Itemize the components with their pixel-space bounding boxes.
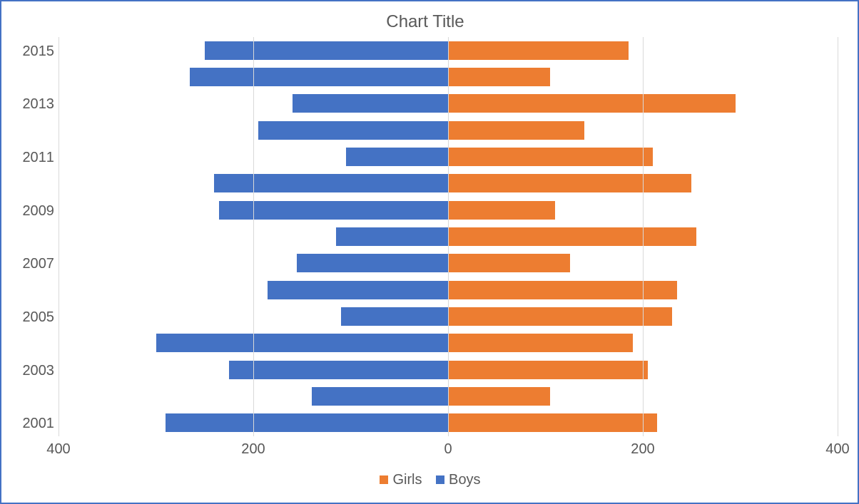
bar-girls	[448, 94, 736, 113]
grid-line	[838, 37, 838, 436]
bar-girls	[448, 361, 648, 379]
y-tick-label: 2011	[23, 149, 55, 165]
bar-girls	[448, 41, 629, 60]
bar-girls	[448, 413, 657, 432]
bar-boys	[190, 68, 448, 86]
y-tick-label: 2005	[23, 309, 55, 325]
grid-line	[448, 37, 449, 436]
bar-girls	[448, 148, 653, 166]
legend-swatch-girls	[380, 475, 388, 484]
chart-title: Chart Title	[13, 11, 838, 31]
grid-line	[253, 37, 254, 436]
x-tick-label: 400	[825, 441, 849, 457]
bar-girls	[448, 68, 550, 86]
y-tick-label: 2001	[23, 415, 55, 431]
y-axis: 20012003200520072009201120132015	[13, 37, 59, 436]
bar-boys	[214, 174, 448, 192]
bar-girls	[448, 254, 570, 272]
grid-line	[643, 37, 644, 436]
y-tick-label: 2003	[23, 361, 55, 378]
legend-swatch-boys	[436, 475, 444, 484]
x-tick-label: 200	[631, 441, 654, 457]
y-tick-label: 2015	[23, 42, 55, 58]
bar-girls	[448, 174, 691, 192]
bar-boys	[341, 307, 448, 326]
bar-girls	[448, 121, 584, 140]
chart-frame: Chart Title 2001200320052007200920112013…	[0, 0, 859, 504]
bar-girls	[448, 307, 672, 326]
bar-girls	[448, 201, 555, 220]
plot-area	[59, 37, 838, 436]
bar-boys	[166, 413, 448, 432]
plot-area-wrap: 20012003200520072009201120132015	[13, 37, 838, 436]
bar-boys	[229, 361, 448, 379]
bar-boys	[156, 334, 449, 352]
legend-label-boys: Boys	[449, 471, 480, 487]
bar-girls	[448, 387, 550, 406]
y-tick-label: 2007	[23, 255, 55, 272]
bar-boys	[258, 121, 448, 140]
bar-boys	[336, 227, 448, 246]
bar-boys	[205, 41, 448, 60]
bar-boys	[297, 254, 448, 272]
bar-boys	[346, 148, 448, 166]
bar-boys	[268, 281, 448, 299]
bar-girls	[448, 227, 696, 246]
x-axis: 4002000200400	[59, 438, 838, 461]
bar-boys	[293, 94, 448, 113]
grid-line	[59, 37, 59, 436]
x-tick-label: 200	[241, 441, 265, 457]
x-tick-label: 400	[46, 441, 70, 457]
bar-girls	[448, 334, 633, 352]
x-tick-label: 0	[444, 441, 452, 457]
bar-boys	[312, 387, 448, 406]
y-tick-label: 2009	[23, 202, 55, 218]
legend: Girls Boys	[13, 470, 838, 488]
legend-label-girls: Girls	[392, 471, 422, 487]
y-tick-label: 2013	[23, 96, 55, 112]
